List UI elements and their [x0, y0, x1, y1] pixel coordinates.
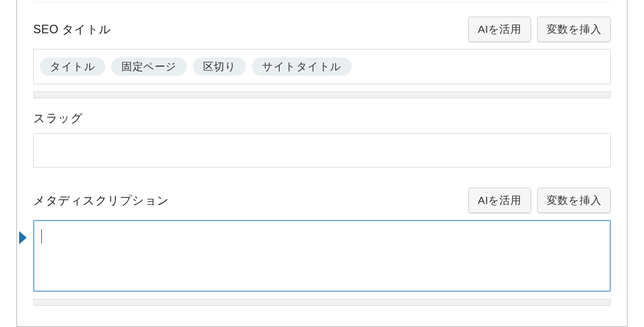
meta-description-section: メタディスクリプション AIを活用 変数を挿入	[33, 188, 611, 306]
variable-pill-title[interactable]: タイトル	[40, 58, 105, 76]
focus-indicator-icon	[19, 231, 27, 244]
meta-description-progress-bar	[33, 299, 611, 306]
seo-title-label: SEO タイトル	[33, 22, 111, 37]
divider	[33, 0, 611, 3]
seo-title-buttons: AIを活用 変数を挿入	[468, 17, 611, 42]
text-cursor	[41, 229, 42, 243]
slug-input[interactable]	[33, 133, 611, 168]
meta-description-label: メタディスクリプション	[33, 193, 169, 208]
seo-title-field[interactable]: タイトル 固定ページ 区切り サイトタイトル	[33, 49, 611, 84]
seo-title-progress-wrap	[33, 91, 611, 98]
seo-title-insert-variable-button[interactable]: 変数を挿入	[537, 17, 611, 42]
meta-description-insert-variable-button[interactable]: 変数を挿入	[537, 188, 611, 213]
meta-description-header: メタディスクリプション AIを活用 変数を挿入	[33, 188, 611, 213]
seo-title-section: SEO タイトル AIを活用 変数を挿入 タイトル 固定ページ 区切り サイトタ…	[33, 17, 611, 98]
meta-description-textarea[interactable]	[33, 220, 611, 292]
variable-pill-page[interactable]: 固定ページ	[111, 58, 187, 76]
seo-title-ai-button[interactable]: AIを活用	[468, 17, 531, 42]
meta-description-progress-wrap	[33, 299, 611, 306]
meta-description-wrap	[33, 220, 611, 292]
meta-description-ai-button[interactable]: AIを活用	[468, 188, 531, 213]
meta-description-buttons: AIを活用 変数を挿入	[468, 188, 611, 213]
seo-title-progress-bar	[33, 91, 611, 98]
variable-pill-site-title[interactable]: サイトタイトル	[252, 58, 352, 76]
variable-pill-separator[interactable]: 区切り	[193, 58, 246, 76]
seo-title-header: SEO タイトル AIを活用 変数を挿入	[33, 17, 611, 42]
seo-settings-panel: SEO タイトル AIを活用 変数を挿入 タイトル 固定ページ 区切り サイトタ…	[16, 0, 628, 327]
slug-section: スラッグ	[33, 111, 611, 168]
slug-label: スラッグ	[33, 111, 611, 126]
